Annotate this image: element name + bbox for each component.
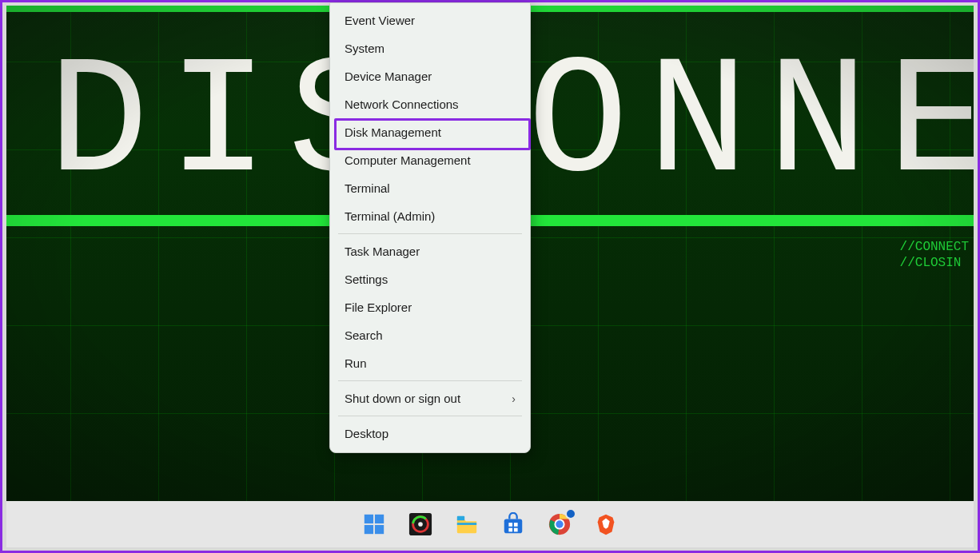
menu-item-label: System: [345, 42, 384, 55]
menu-item-search[interactable]: Search: [330, 321, 530, 349]
menu-item-label: Desktop: [345, 427, 388, 440]
menu-separator: [338, 380, 522, 381]
menu-item-label: Shut down or sign out: [345, 392, 460, 405]
svg-rect-3: [375, 525, 384, 534]
menu-item-label: Event Viewer: [345, 14, 415, 27]
menu-item-shut-down-or-sign-out[interactable]: Shut down or sign out›: [330, 384, 530, 412]
taskbar: [6, 501, 974, 547]
menu-item-network-connections[interactable]: Network Connections: [330, 90, 530, 118]
menu-item-label: Computer Management: [345, 153, 471, 167]
svg-rect-0: [365, 515, 373, 523]
notification-badge: [565, 508, 576, 519]
annotated-screenshot-frame: DISCONNECTEI //CONNECT //CLOSIN Event Vi…: [0, 0, 980, 553]
menu-item-label: Settings: [345, 273, 388, 286]
svg-point-7: [418, 522, 423, 527]
menu-item-label: Network Connections: [345, 97, 459, 111]
windows-icon: [362, 512, 386, 536]
microsoft-store-button[interactable]: [500, 511, 527, 538]
svg-rect-9: [457, 516, 464, 521]
chevron-right-icon: ›: [512, 392, 516, 405]
svg-rect-11: [508, 523, 512, 527]
menu-item-event-viewer[interactable]: Event Viewer: [330, 6, 530, 34]
svg-rect-8: [457, 523, 476, 525]
menu-item-settings[interactable]: Settings: [330, 265, 530, 293]
menu-item-desktop[interactable]: Desktop: [330, 420, 530, 448]
start-button[interactable]: [361, 511, 388, 538]
folder-icon: [455, 512, 479, 536]
menu-item-terminal-admin[interactable]: Terminal (Admin): [330, 202, 530, 230]
menu-item-run[interactable]: Run: [330, 349, 530, 377]
svg-rect-13: [508, 528, 512, 532]
menu-item-label: Terminal (Admin): [345, 209, 435, 223]
menu-item-task-manager[interactable]: Task Manager: [330, 237, 530, 265]
file-explorer-button[interactable]: [453, 511, 480, 538]
menu-item-disk-management[interactable]: Disk Management: [330, 118, 530, 146]
app-disc-icon[interactable]: [407, 511, 434, 538]
menu-item-computer-management[interactable]: Computer Management: [330, 146, 530, 174]
disc-icon: [408, 512, 432, 536]
menu-item-label: Terminal: [345, 181, 390, 195]
menu-item-label: Task Manager: [345, 245, 420, 258]
menu-item-label: Search: [345, 328, 383, 342]
menu-item-system[interactable]: System: [330, 34, 530, 62]
svg-rect-1: [375, 515, 384, 523]
menu-item-terminal[interactable]: Terminal: [330, 174, 530, 202]
chrome-button[interactable]: [546, 511, 573, 538]
svg-rect-2: [365, 525, 373, 534]
menu-item-label: Run: [345, 356, 367, 370]
menu-item-file-explorer[interactable]: File Explorer: [330, 293, 530, 321]
svg-point-17: [556, 520, 563, 527]
store-icon: [501, 512, 525, 536]
svg-rect-10: [504, 519, 523, 533]
menu-item-label: Disk Management: [345, 125, 441, 139]
brave-icon: [594, 512, 618, 536]
menu-item-label: File Explorer: [345, 300, 412, 314]
winx-context-menu: Event ViewerSystemDevice ManagerNetwork …: [329, 2, 531, 453]
menu-separator: [338, 416, 522, 416]
brave-button[interactable]: [592, 511, 619, 538]
svg-rect-12: [514, 523, 518, 527]
svg-rect-14: [514, 528, 518, 532]
menu-item-device-manager[interactable]: Device Manager: [330, 62, 530, 90]
menu-item-label: Device Manager: [345, 70, 432, 83]
menu-separator: [338, 233, 522, 234]
